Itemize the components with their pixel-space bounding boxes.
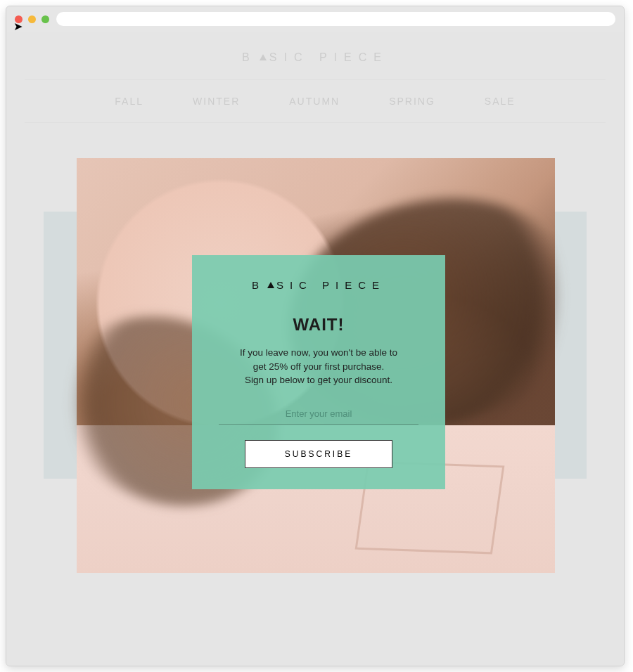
subscribe-button[interactable]: SUBSCRIBE <box>245 440 392 468</box>
popup-brand-logo: BSIC PIECE <box>213 279 424 291</box>
popup-body-text: If you leave now, you won't be able to g… <box>213 346 424 387</box>
browser-window: ➤ BSIC PIECE FALL WINTER AUTUMN SPRING S… <box>6 6 625 666</box>
exit-intent-popup: BSIC PIECE WAIT! If you leave now, you w… <box>192 255 445 489</box>
brand-rest: SIC PIECE <box>276 279 385 291</box>
url-bar[interactable] <box>56 12 615 26</box>
page-body: BSIC PIECE FALL WINTER AUTUMN SPRING SAL… <box>6 32 624 666</box>
window-controls: ➤ <box>15 15 49 23</box>
email-input[interactable] <box>219 408 418 419</box>
minimize-window-icon[interactable] <box>28 15 36 23</box>
email-field-wrapper <box>219 407 418 425</box>
browser-chrome: ➤ <box>6 6 624 32</box>
brand-prefix: B <box>252 279 265 291</box>
maximize-window-icon[interactable] <box>41 15 49 23</box>
popup-title: WAIT! <box>213 315 424 335</box>
close-window-icon[interactable] <box>15 15 23 23</box>
triangle-icon <box>267 282 274 288</box>
